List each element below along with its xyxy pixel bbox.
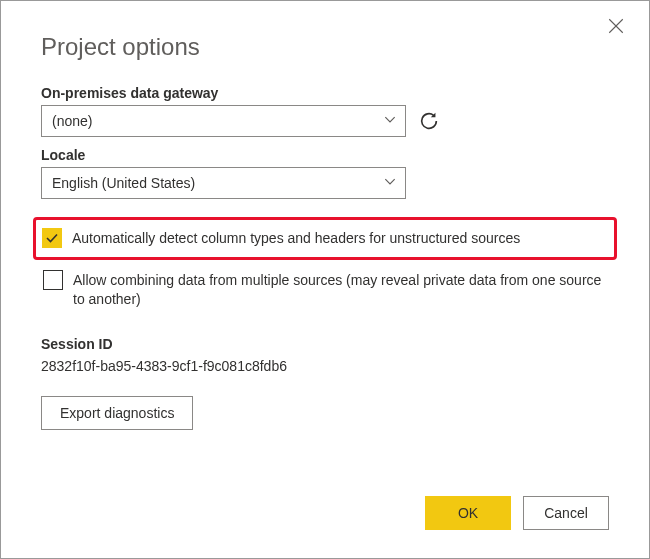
dialog-footer: OK Cancel bbox=[425, 496, 609, 530]
gateway-label: On-premises data gateway bbox=[41, 85, 609, 101]
ok-button[interactable]: OK bbox=[425, 496, 511, 530]
highlighted-option: Automatically detect column types and he… bbox=[33, 217, 617, 260]
project-options-dialog: Project options On-premises data gateway… bbox=[3, 3, 647, 556]
session-id-label: Session ID bbox=[41, 336, 609, 352]
allow-combine-label: Allow combining data from multiple sourc… bbox=[73, 270, 607, 310]
auto-detect-label: Automatically detect column types and he… bbox=[72, 228, 520, 249]
chevron-down-icon bbox=[383, 175, 397, 192]
locale-label: Locale bbox=[41, 147, 609, 163]
close-button[interactable] bbox=[607, 17, 627, 37]
dialog-title: Project options bbox=[41, 33, 609, 61]
refresh-icon bbox=[418, 110, 440, 132]
checkmark-icon bbox=[45, 231, 59, 245]
gateway-value: (none) bbox=[52, 113, 92, 129]
locale-value: English (United States) bbox=[52, 175, 195, 191]
session-id-value: 2832f10f-ba95-4383-9cf1-f9c081c8fdb6 bbox=[41, 358, 609, 374]
export-diagnostics-button[interactable]: Export diagnostics bbox=[41, 396, 193, 430]
chevron-down-icon bbox=[383, 113, 397, 130]
cancel-button[interactable]: Cancel bbox=[523, 496, 609, 530]
allow-combine-checkbox[interactable] bbox=[43, 270, 63, 290]
locale-select[interactable]: English (United States) bbox=[41, 167, 406, 199]
auto-detect-checkbox[interactable] bbox=[42, 228, 62, 248]
close-icon bbox=[607, 17, 625, 35]
gateway-select[interactable]: (none) bbox=[41, 105, 406, 137]
refresh-button[interactable] bbox=[418, 110, 440, 132]
